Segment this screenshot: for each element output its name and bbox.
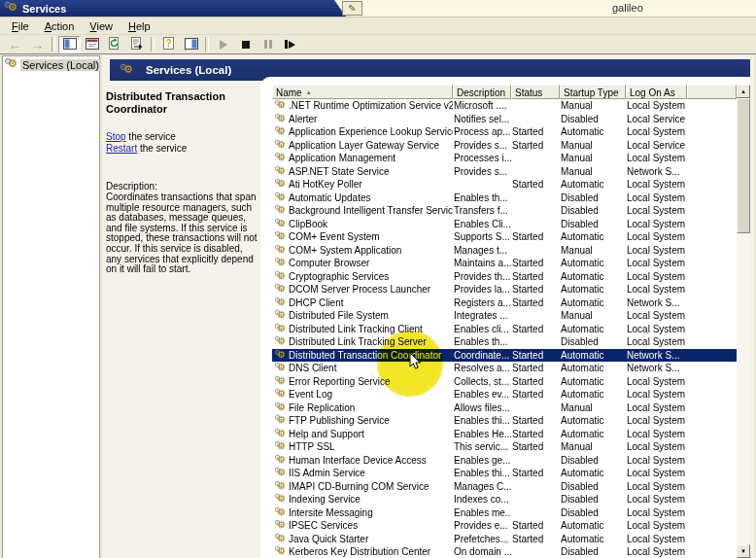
service-description-cell: Collects, st...: [453, 376, 511, 387]
service-startup-cell: Disabled: [560, 205, 626, 216]
service-row[interactable]: ⚙⚙File ReplicationAllows files...ManualL…: [272, 401, 737, 415]
service-row[interactable]: ⚙⚙Cryptographic ServicesProvides th...St…: [272, 270, 737, 284]
back-button[interactable]: ←: [4, 36, 26, 53]
menu-help[interactable]: Help: [120, 19, 158, 33]
service-row[interactable]: ⚙⚙Distributed Transaction CoordinatorCoo…: [272, 349, 737, 363]
service-status-cell: Started: [511, 258, 560, 268]
service-description-cell: Enables cli...: [453, 324, 511, 334]
help-button[interactable]: ?: [157, 36, 180, 53]
service-gear-icon: ⚙⚙: [274, 520, 287, 531]
service-gear-icon: ⚙⚙: [274, 192, 287, 203]
service-row[interactable]: ⚙⚙.NET Runtime Optimization Service v2.0…: [272, 99, 737, 113]
vertical-scrollbar[interactable]: ▲ ▼: [737, 85, 750, 558]
service-row[interactable]: ⚙⚙Distributed Link Tracking ServerEnable…: [272, 335, 737, 349]
service-name-cell: ⚙⚙Ati HotKey Poller: [272, 178, 453, 191]
service-row[interactable]: ⚙⚙Background Intelligent Transfer Servic…: [272, 204, 737, 218]
service-gear-icon: ⚙⚙: [274, 376, 287, 387]
service-startup-cell: Manual: [560, 441, 626, 452]
start-service-button[interactable]: [212, 36, 234, 53]
service-status-cell: Started: [511, 389, 560, 400]
service-logon-cell: Local System: [626, 389, 687, 400]
service-row[interactable]: ⚙⚙Distributed File SystemIntegrates ...M…: [272, 309, 737, 323]
show-hide-console-tree-button[interactable]: [58, 36, 81, 53]
service-name-cell: ⚙⚙Computer Browser: [272, 257, 453, 269]
properties-button[interactable]: [81, 36, 103, 53]
service-status-cell: Started: [511, 363, 560, 373]
service-row[interactable]: ⚙⚙Kerberos Key Distribution CenterOn dom…: [272, 545, 737, 558]
column-header-status[interactable]: Status: [511, 85, 560, 99]
service-name-cell: ⚙⚙Distributed File System: [272, 309, 453, 322]
service-logon-cell: Local System: [626, 153, 687, 163]
service-logon-cell: Local System: [626, 284, 687, 295]
service-row[interactable]: ⚙⚙Ati HotKey PollerStartedAutomaticLocal…: [272, 178, 737, 192]
service-logon-cell: Local System: [626, 481, 687, 492]
column-header-description[interactable]: Description: [453, 85, 511, 99]
scrollbar-thumb[interactable]: [737, 98, 750, 233]
restart-service-button[interactable]: [279, 36, 301, 53]
service-name-cell: ⚙⚙FTP Publishing Service: [272, 414, 453, 427]
service-logon-cell: Local System: [626, 126, 687, 137]
service-row[interactable]: ⚙⚙COM+ System ApplicationManages t...Man…: [272, 244, 737, 258]
service-row[interactable]: ⚙⚙Error Reporting ServiceCollects, st...…: [272, 375, 737, 389]
service-row[interactable]: ⚙⚙Help and SupportEnables He...StartedAu…: [272, 428, 737, 441]
menu-file[interactable]: File: [4, 19, 37, 33]
scroll-down-button[interactable]: ▼: [737, 544, 750, 558]
service-logon-cell: Local System: [626, 231, 687, 242]
export-list-button[interactable]: [125, 36, 148, 53]
service-startup-cell: Automatic: [560, 258, 626, 268]
service-startup-cell: Automatic: [560, 284, 626, 295]
tree-item-label: Services (Local): [20, 59, 101, 71]
service-row[interactable]: ⚙⚙Indexing ServiceIndexes co...DisabledL…: [272, 493, 737, 506]
service-row[interactable]: ⚙⚙FTP Publishing ServiceEnables thi...St…: [272, 414, 737, 428]
service-logon-cell: Local System: [626, 258, 687, 268]
restart-service-link[interactable]: Restart: [106, 143, 137, 154]
service-description-cell: Indexes co...: [453, 494, 511, 505]
service-row[interactable]: ⚙⚙ASP.NET State ServiceProvides s...Manu…: [272, 165, 737, 179]
service-row[interactable]: ⚙⚙AlerterNotifies sel...DisabledLocal Se…: [272, 113, 737, 126]
menu-action[interactable]: Action: [37, 19, 83, 33]
service-row[interactable]: ⚙⚙COM+ Event SystemSupports S...StartedA…: [272, 230, 737, 244]
service-row[interactable]: ⚙⚙Application Layer Gateway ServiceProvi…: [272, 139, 737, 153]
service-row[interactable]: ⚙⚙Distributed Link Tracking ClientEnable…: [272, 323, 737, 336]
stop-service-link[interactable]: Stop: [106, 131, 126, 142]
service-row[interactable]: ⚙⚙DHCP ClientRegisters a...StartedAutoma…: [272, 296, 737, 310]
service-row[interactable]: ⚙⚙ClipBookEnables Cli...DisabledLocal Sy…: [272, 218, 737, 231]
column-header-startup-type[interactable]: Startup Type: [560, 85, 626, 99]
service-row[interactable]: ⚙⚙Java Quick StarterPrefetches...Started…: [272, 533, 737, 546]
refresh-button[interactable]: [103, 36, 125, 53]
service-row[interactable]: ⚙⚙Intersite MessagingEnables me...Disabl…: [272, 506, 737, 520]
window-titlebar[interactable]: ⚙⚙ Services: [0, 0, 350, 17]
service-description-cell: Microsoft ....: [453, 100, 511, 111]
titlebar: ⚙⚙ Services ✎ galileo: [0, 0, 756, 17]
service-row[interactable]: ⚙⚙Event LogEnables ev...StartedAutomatic…: [272, 388, 737, 401]
service-row[interactable]: ⚙⚙Human Interface Device AccessEnables g…: [272, 454, 737, 468]
show-hide-action-pane-button[interactable]: [180, 36, 202, 53]
pen-annotation-button[interactable]: ✎: [342, 1, 362, 16]
forward-button[interactable]: →: [26, 36, 49, 53]
service-name-cell: ⚙⚙Alerter: [272, 113, 453, 125]
column-header-name[interactable]: Name ▲: [272, 85, 453, 99]
column-header-log-on-as[interactable]: Log On As: [626, 85, 687, 99]
service-row[interactable]: ⚙⚙Computer BrowserMaintains a...StartedA…: [272, 257, 737, 270]
service-row[interactable]: ⚙⚙Application ManagementProcesses i...Ma…: [272, 152, 737, 165]
service-row[interactable]: ⚙⚙Automatic UpdatesEnables th...Disabled…: [272, 192, 737, 205]
service-row[interactable]: ⚙⚙DCOM Server Process LauncherProvides l…: [272, 283, 737, 296]
service-row[interactable]: ⚙⚙HTTP SSLThis servic...StartedManualLoc…: [272, 440, 737, 454]
service-startup-cell: Automatic: [560, 415, 626, 426]
menu-view[interactable]: View: [82, 19, 120, 33]
scroll-up-button[interactable]: ▲: [737, 85, 750, 98]
service-name-cell: ⚙⚙ClipBook: [272, 218, 453, 230]
menu-bar: FileActionViewHelp: [0, 17, 756, 35]
service-row[interactable]: ⚙⚙IIS Admin ServiceEnables thi...Started…: [272, 467, 737, 480]
tree-item-services-local[interactable]: ⚙⚙ Services (Local): [4, 58, 98, 71]
service-startup-cell: Automatic: [560, 297, 626, 308]
stop-service-button[interactable]: [234, 36, 257, 53]
service-row[interactable]: ⚙⚙IMAPI CD-Burning COM ServiceManages C.…: [272, 480, 737, 494]
service-description-cell: Transfers f...: [453, 205, 511, 216]
service-row[interactable]: ⚙⚙Application Experience Lookup ServiceP…: [272, 125, 737, 139]
service-row[interactable]: ⚙⚙DNS ClientResolves a...StartedAutomati…: [272, 362, 737, 375]
service-action-links: Stop the service Restart the service: [106, 131, 258, 154]
service-row[interactable]: ⚙⚙IPSEC ServicesProvides e...StartedAuto…: [272, 519, 737, 533]
pause-service-button[interactable]: [257, 36, 279, 53]
service-name-cell: ⚙⚙DNS Client: [272, 362, 453, 374]
